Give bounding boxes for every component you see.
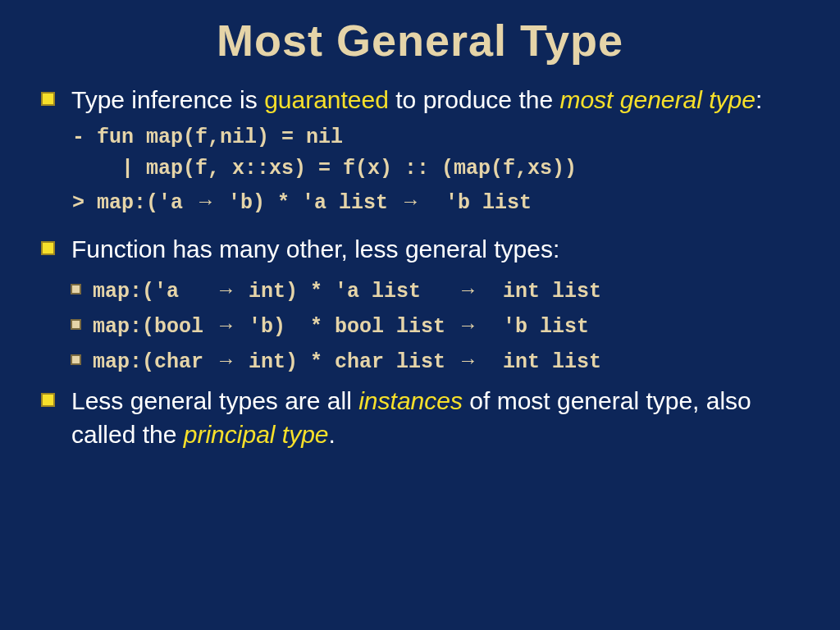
code-line: 'b) * 'a list	[216, 191, 400, 215]
arrow-icon: →	[458, 349, 478, 372]
highlight: guaranteed	[264, 86, 389, 113]
bullet-1-text: Type inference is guaranteed to produce …	[71, 84, 762, 117]
slide: Most General Type Type inference is guar…	[0, 0, 840, 630]
text: map:(bool	[93, 315, 216, 339]
text: int) * 'a list	[236, 280, 458, 304]
arrow-icon: →	[195, 189, 216, 212]
bullet-1: Type inference is guaranteed to produce …	[41, 84, 799, 117]
arrow-icon: →	[458, 313, 478, 336]
text: 'b) * bool list	[236, 315, 458, 339]
arrow-icon: →	[400, 189, 421, 212]
code-block: - fun map(f,nil) = nil | map(f, x::xs) =…	[72, 122, 799, 220]
slide-title: Most General Type	[41, 15, 799, 66]
text: .	[329, 421, 336, 448]
bullet-icon	[41, 241, 55, 255]
arrow-icon: →	[216, 349, 236, 372]
text: map:(char	[93, 350, 216, 374]
text: int) * char list	[236, 350, 458, 374]
sub-bullet-3: map:(char → int) * char list → int list	[41, 346, 799, 377]
type-example: map:(bool → 'b) * bool list → 'b list	[93, 311, 589, 341]
text: 'b list	[478, 315, 589, 339]
bullet-icon	[71, 354, 81, 365]
highlight: most general type	[559, 86, 755, 113]
bullet-icon	[41, 393, 55, 407]
bullet-icon	[71, 284, 81, 294]
highlight: principal type	[184, 421, 329, 448]
text: Type inference is	[71, 86, 264, 113]
type-example: map:('a → int) * 'a list → int list	[93, 276, 601, 306]
code-line: 'b list	[421, 191, 532, 215]
bullet-3: Less general types are all instances of …	[41, 385, 799, 451]
bullet-icon	[71, 319, 81, 330]
bullet-2-text: Function has many other, less general ty…	[71, 233, 559, 267]
type-example: map:(char → int) * char list → int list	[93, 346, 601, 377]
text: :	[756, 86, 762, 113]
text: Less general types are all	[71, 387, 358, 414]
text: map:('a	[93, 280, 216, 304]
code-line: > map:('a	[72, 191, 195, 215]
code-line: - fun map(f,nil) = nil	[72, 126, 343, 149]
bullet-2: Function has many other, less general ty…	[41, 233, 799, 267]
arrow-icon: →	[458, 278, 478, 301]
text: int list	[478, 280, 601, 304]
sub-bullet-2: map:(bool → 'b) * bool list → 'b list	[41, 311, 799, 341]
arrow-icon: →	[216, 278, 236, 301]
code-line: | map(f, x::xs) = f(x) :: (map(f,xs))	[72, 157, 577, 180]
bullet-3-text: Less general types are all instances of …	[71, 385, 799, 451]
text: to produce the	[389, 86, 559, 113]
arrow-icon: →	[216, 313, 236, 336]
text: int list	[478, 350, 601, 374]
sub-bullet-1: map:('a → int) * 'a list → int list	[41, 276, 799, 306]
bullet-icon	[41, 92, 55, 106]
highlight: instances	[358, 387, 463, 414]
